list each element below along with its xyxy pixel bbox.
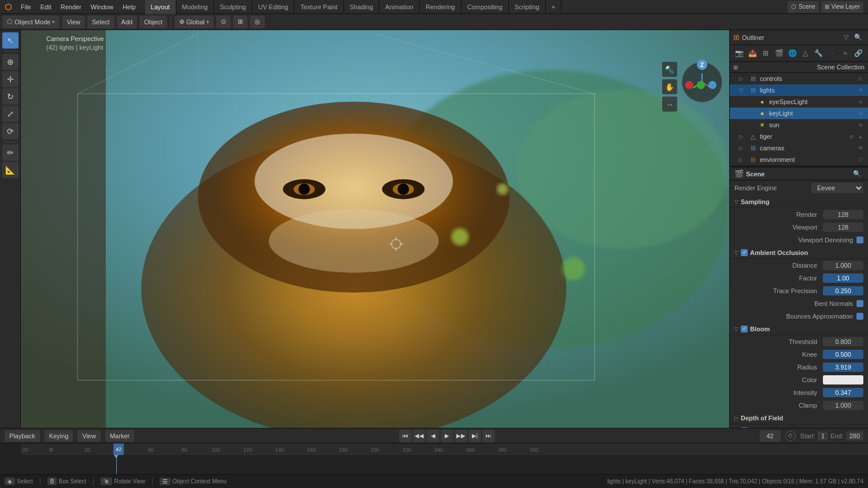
panel-tab-view-layer[interactable]: ⊞ <box>760 47 772 60</box>
tiger-viz[interactable]: ⊙ <box>847 132 855 141</box>
dot-red[interactable] <box>685 81 693 89</box>
viewport-denoising-checkbox[interactable] <box>856 236 863 243</box>
tab-animation[interactable]: Animation <box>379 0 420 14</box>
menu-window[interactable]: Window <box>86 0 118 14</box>
key-light-viz[interactable]: ⊙ <box>856 109 865 117</box>
tab-scripting[interactable]: Scripting <box>509 0 546 14</box>
outliner-item-tiger[interactable]: ▷ △ tiger ⊙ ▲ <box>730 131 868 142</box>
dof-section-header[interactable]: ▷ Depth of Field <box>730 412 868 424</box>
timeline-track[interactable]: -20 0 20 40 60 80 100 120 140 160 180 20… <box>0 443 868 474</box>
frame-start-input[interactable]: 1 <box>818 431 828 441</box>
ao-factor-value[interactable]: 1.00 <box>823 273 863 283</box>
tiger-extra[interactable]: ▲ <box>856 132 865 141</box>
tl-jump-end[interactable]: ⏭ <box>482 430 495 442</box>
render-samples-value[interactable]: 128 <box>823 210 863 219</box>
orientation-selector[interactable]: ⊕ Global <box>175 16 214 28</box>
tab-modeling[interactable]: Modeling <box>176 0 215 14</box>
tab-texture-paint[interactable]: Texture Paint <box>294 0 343 14</box>
viewport-shading-mode[interactable]: ✋ <box>662 79 677 94</box>
tab-compositing[interactable]: Compositing <box>461 0 509 14</box>
prop-search-btn[interactable]: 🔍 <box>851 170 863 178</box>
add-menu-btn[interactable]: Add <box>117 16 138 28</box>
proportional-btn[interactable]: ◎ <box>250 16 265 28</box>
lights-eye-icon[interactable]: 👁 <box>856 86 865 94</box>
select-menu-btn[interactable]: Select <box>87 16 114 28</box>
outliner-item-lights[interactable]: ▽ ⊞ lights 👁 <box>730 84 868 96</box>
keying-menu[interactable]: Keying <box>45 430 73 442</box>
menu-edit[interactable]: Edit <box>36 0 56 14</box>
panel-tab-output[interactable]: 📤 <box>747 47 759 60</box>
panel-tab-render[interactable]: 📷 <box>733 47 745 60</box>
view-menu[interactable]: View <box>77 430 101 442</box>
environment-viz[interactable]: ▽ <box>856 156 865 164</box>
current-frame-input[interactable] <box>760 430 781 442</box>
timeline-track-area[interactable]: 42 <box>21 455 868 474</box>
snap-btn[interactable]: ⊞ <box>233 16 248 28</box>
tab-layout[interactable]: Layout <box>145 0 176 14</box>
viewport[interactable]: Camera Perspective (42) lights | keyLigh… <box>21 30 729 428</box>
menu-render[interactable]: Render <box>56 0 86 14</box>
tool-cursor[interactable]: ⊕ <box>2 54 19 70</box>
bloom-radius-value[interactable]: 3.919 <box>823 363 863 372</box>
tool-scale[interactable]: ⤢ <box>2 106 19 122</box>
cameras-viz[interactable]: 👁 <box>856 144 865 152</box>
dot-green[interactable] <box>697 81 705 89</box>
tab-add[interactable]: + <box>546 0 562 14</box>
dot-blue[interactable] <box>708 81 716 89</box>
ao-enabled-checkbox[interactable]: ✓ <box>741 249 748 256</box>
tool-select[interactable]: ↖ <box>2 32 19 49</box>
bloom-enabled-checkbox[interactable]: ✓ <box>741 326 748 332</box>
ao-section-header[interactable]: ▽ ✓ Ambient Occlusion <box>730 246 868 259</box>
menu-help[interactable]: Help <box>118 0 141 14</box>
tool-transform[interactable]: ⟳ <box>2 123 19 139</box>
outliner-item-cameras[interactable]: ▷ ⊞ cameras 👁 <box>730 142 868 154</box>
tool-annotate[interactable]: ✏ <box>2 145 19 161</box>
tl-next-frame[interactable]: ▶▶ <box>455 430 467 442</box>
tab-sculpting[interactable]: Sculpting <box>214 0 252 14</box>
bloom-threshold-value[interactable]: 0.800 <box>823 337 863 346</box>
tl-play-pause[interactable]: ▶ <box>441 430 453 442</box>
bloom-section-header[interactable]: ▽ ✓ Bloom <box>730 323 868 335</box>
scene-selector[interactable]: ⬡ Scene <box>788 1 818 13</box>
tl-prev-keyframe[interactable]: ◀◀ <box>413 430 426 442</box>
marker-menu[interactable]: Marker <box>105 430 134 442</box>
tl-prev-frame[interactable]: ◀ <box>427 430 439 442</box>
sun-viz[interactable]: ⊙ <box>856 121 865 129</box>
viewport-render-mode[interactable]: 🔦 <box>662 62 677 77</box>
tool-move[interactable]: ✛ <box>2 71 19 87</box>
outliner-search-btn[interactable]: 🔍 <box>852 34 865 41</box>
tl-next-keyframe[interactable]: ▶| <box>468 430 481 442</box>
tl-jump-start[interactable]: ⏮ <box>399 430 412 442</box>
view-menu-btn[interactable]: View <box>62 16 85 28</box>
panel-tab-constraints[interactable]: 🔗 <box>852 47 865 60</box>
tab-shading[interactable]: Shading <box>344 0 379 14</box>
pivot-btn[interactable]: ⊙ <box>216 16 231 28</box>
sampling-section-header[interactable]: ▽ Sampling <box>730 195 868 208</box>
tab-uv-editing[interactable]: UV Editing <box>252 0 294 14</box>
ao-bounces-checkbox[interactable] <box>856 313 863 320</box>
outliner-filter-btn[interactable]: ▽ <box>841 34 851 41</box>
bloom-knee-value[interactable]: 0.500 <box>823 350 863 359</box>
object-menu-btn[interactable]: Object <box>139 16 167 28</box>
bloom-intensity-value[interactable]: 0.347 <box>823 388 863 397</box>
outliner-item-sun[interactable]: ☀ sun ⊙ <box>730 119 868 131</box>
eye-spec-light-viz[interactable]: ⊙ <box>856 98 865 106</box>
object-mode-selector[interactable]: ⬡ Object Mode <box>2 16 60 28</box>
playback-menu[interactable]: Playback <box>5 430 40 442</box>
panel-tab-scene[interactable]: 🎬 <box>773 47 785 60</box>
viewport-overlay[interactable]: ↔ <box>662 97 677 112</box>
panel-tab-world[interactable]: 🌐 <box>786 47 799 60</box>
bloom-color-swatch[interactable] <box>823 375 863 385</box>
outliner-item-controls[interactable]: ▷ ⊞ controls ⊙ <box>730 73 868 84</box>
frame-end-input[interactable]: 280 <box>846 431 863 441</box>
menu-file[interactable]: File <box>16 0 36 14</box>
outliner-item-key-light[interactable]: ● keyLight ⊙ <box>730 108 868 119</box>
render-engine-select[interactable]: Eevee Cycles Workbench <box>811 183 863 193</box>
tool-rotate[interactable]: ↻ <box>2 88 19 105</box>
view-layer-selector[interactable]: ⊞ View Layer <box>821 1 863 13</box>
panel-tab-modifier[interactable]: 🔧 <box>812 47 825 60</box>
tab-rendering[interactable]: Rendering <box>420 0 461 14</box>
ao-bent-normals-checkbox[interactable] <box>856 300 863 307</box>
panel-tab-object[interactable]: △ <box>800 47 812 60</box>
outliner-item-enviornment[interactable]: ▷ ⊞ enviornment ▽ <box>730 154 868 165</box>
